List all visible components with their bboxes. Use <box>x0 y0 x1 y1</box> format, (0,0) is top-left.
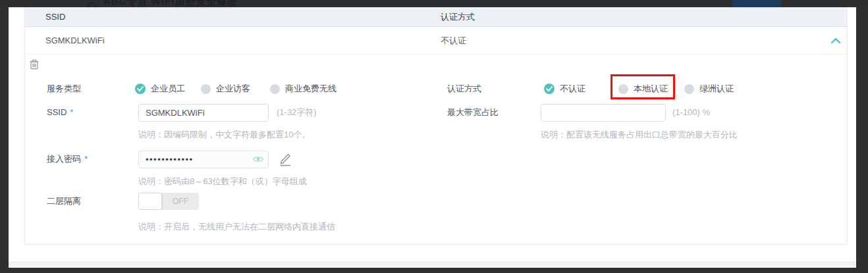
column-header-ssid: SSID <box>45 7 65 27</box>
note-row: 说明：密码由8～63位数字和（或）字母组成 <box>25 176 847 187</box>
footer-strip <box>9 262 856 268</box>
radio-icon <box>88 2 96 7</box>
radio-rows: 服务类型 企业员工 企业访客 商业免费无线 认证方式 <box>25 80 847 98</box>
required-asterisk: * <box>84 154 88 164</box>
table-header-row: SSID 认证方式 <box>25 7 847 27</box>
delete-button[interactable] <box>28 59 40 70</box>
wifi-settings-panel: SSID 认证方式 SGMKDLKWiFi 不认证 <box>9 7 856 268</box>
note-row: 说明：开启后，无线用户无法在二层网络内直接通信 <box>25 221 847 233</box>
password-row: 接入密码* •••••••••••• <box>25 150 847 168</box>
row-edit-form: 服务类型 企业员工 企业访客 商业免费无线 认证方式 <box>25 55 847 244</box>
radio-label: 企业员工 <box>151 83 185 95</box>
trash-icon <box>29 59 40 70</box>
dimmed-header-strip: ABC专页 WiFi加密安全修改 <box>0 0 868 7</box>
radio-checked-icon <box>135 84 146 94</box>
auth-method-label: 认证方式 <box>447 80 481 98</box>
radio-option-oasis-auth[interactable]: 绿洲认证 <box>684 80 734 98</box>
radio-checked-icon <box>544 84 555 94</box>
show-password-button[interactable] <box>252 155 264 164</box>
column-header-auth: 认证方式 <box>441 7 475 27</box>
l2-isolation-note: 说明：开启后，无线用户无法在二层网络内直接通信 <box>138 221 335 233</box>
radio-option-no-auth[interactable]: 不认证 <box>544 80 585 98</box>
eye-icon <box>252 155 264 164</box>
dimmed-title: ABC专页 WiFi加密安全修改 <box>103 0 238 7</box>
annotation-highlight-box <box>610 74 675 99</box>
toggle-row: 二层隔离 OFF <box>25 193 847 210</box>
note-row: 说明：因编码限制，中文字符最多配置10个。 说明：配置该无线服务占用出口总带宽的… <box>25 129 847 141</box>
password-input[interactable]: •••••••••••• <box>138 151 269 168</box>
row-ssid-value: SGMKDLKWiFi <box>45 27 105 55</box>
table-row[interactable]: SGMKDLKWiFi 不认证 <box>25 27 847 55</box>
radio-unchecked-icon <box>270 84 280 94</box>
radio-option-commercial-free[interactable]: 商业免费无线 <box>270 80 337 98</box>
radio-unchecked-icon <box>684 84 694 94</box>
input-rows: SSID* (1-32字符) 最大带宽占比 (1-100) % <box>25 103 847 122</box>
password-note: 说明：密码由8～63位数字和（或）字母组成 <box>138 176 307 187</box>
required-asterisk: * <box>70 107 73 117</box>
collapse-row-button[interactable] <box>830 36 842 45</box>
radio-option-enterprise-guest[interactable]: 企业访客 <box>201 80 250 98</box>
edit-password-button[interactable] <box>279 152 292 166</box>
toggle-state-label: OFF <box>162 193 199 210</box>
radio-label: 不认证 <box>560 83 585 95</box>
dimmed-button <box>732 0 781 7</box>
bandwidth-hint: (1-100) % <box>672 103 710 122</box>
ssid-note: 说明：因编码限制，中文字符最多配置10个。 <box>138 129 310 141</box>
radio-label: 绿洲认证 <box>699 83 734 95</box>
password-label: 接入密码* <box>47 150 88 168</box>
l2-isolation-label: 二层隔离 <box>47 193 81 210</box>
chevron-up-icon <box>830 36 842 45</box>
radio-option-enterprise-employee[interactable]: 企业员工 <box>135 80 185 98</box>
bandwidth-label: 最大带宽占比 <box>447 103 499 122</box>
toggle-knob <box>138 193 162 210</box>
ssid-hint: (1-32字符) <box>277 103 317 122</box>
ssid-table: SSID 认证方式 SGMKDLKWiFi 不认证 <box>24 7 848 245</box>
ssid-input[interactable] <box>138 104 269 122</box>
password-masked-value: •••••••••••• <box>146 151 194 168</box>
row-auth-value: 不认证 <box>441 27 466 55</box>
radio-label: 商业免费无线 <box>285 83 337 95</box>
bandwidth-input[interactable] <box>541 104 666 122</box>
service-type-label: 服务类型 <box>47 80 81 98</box>
ssid-field-label: SSID* <box>47 103 73 122</box>
l2-isolation-toggle[interactable]: OFF <box>138 193 199 210</box>
radio-label: 企业访客 <box>216 83 250 95</box>
bandwidth-note: 说明：配置该无线服务占用出口总带宽的最大百分比 <box>541 129 738 141</box>
pencil-icon <box>279 152 292 166</box>
radio-unchecked-icon <box>201 84 211 94</box>
